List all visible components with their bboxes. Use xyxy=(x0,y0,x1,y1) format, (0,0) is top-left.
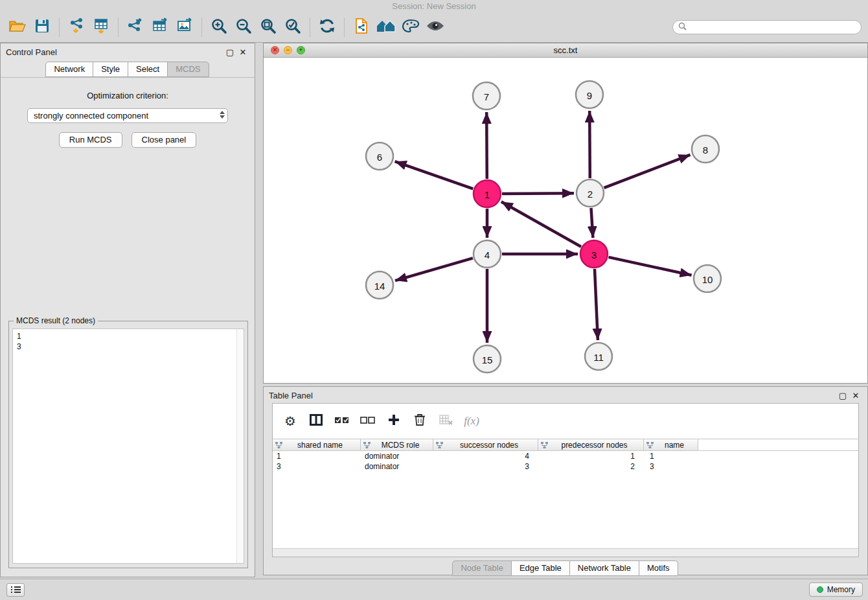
save-session-button[interactable] xyxy=(30,16,54,39)
home-button[interactable] xyxy=(374,16,398,39)
show-hide-button[interactable] xyxy=(423,16,448,39)
network-document-button[interactable] xyxy=(349,16,374,39)
graph-edge-1-7[interactable] xyxy=(486,112,487,179)
export-image-icon xyxy=(176,17,193,37)
optimization-criterion-select[interactable]: strongly connected component xyxy=(27,108,228,123)
table-cell[interactable]: 3 xyxy=(433,461,538,472)
export-network-button[interactable] xyxy=(123,16,148,39)
style-palette-button[interactable] xyxy=(398,16,423,39)
table-cell[interactable]: dominator xyxy=(361,461,433,472)
table-cell[interactable]: 2 xyxy=(538,461,644,472)
zoom-fit-button[interactable] xyxy=(256,16,280,39)
import-table-button[interactable] xyxy=(89,16,113,39)
zoom-in-button[interactable] xyxy=(207,16,231,39)
graph-node-label: 9 xyxy=(587,90,592,101)
graph-edge-3-1[interactable] xyxy=(501,202,581,246)
table-panel-header: Table Panel ▢ ✕ xyxy=(264,387,867,404)
close-table-panel-icon[interactable]: ✕ xyxy=(849,391,862,400)
delete-table-button[interactable] xyxy=(437,413,454,430)
graph-edge-1-2[interactable] xyxy=(502,193,574,194)
memory-button[interactable]: Memory xyxy=(809,583,863,597)
table-horizontal-scrollbar[interactable] xyxy=(273,548,858,557)
table-tab-network-table[interactable]: Network Table xyxy=(569,560,639,576)
memory-label: Memory xyxy=(827,585,855,594)
graph-edge-1-6[interactable] xyxy=(395,161,474,189)
graph-edge-2-8[interactable] xyxy=(604,155,691,188)
table-cell[interactable]: 1 xyxy=(273,451,361,461)
delete-column-button[interactable] xyxy=(411,413,428,430)
export-network-icon xyxy=(127,17,144,37)
graph-edge-3-10[interactable] xyxy=(609,257,692,275)
float-table-panel-icon[interactable]: ▢ xyxy=(836,391,849,400)
zoom-out-button[interactable] xyxy=(231,16,256,39)
graph-node-label: 11 xyxy=(593,352,604,363)
table-cell[interactable]: 3 xyxy=(644,461,698,472)
deselect-all-button[interactable] xyxy=(360,413,376,430)
table-panel: Table Panel ▢ ✕ ⚙ f(x) shared nameMCDS r… xyxy=(263,386,868,575)
select-all-button[interactable] xyxy=(334,413,350,430)
close-panel-icon[interactable]: ✕ xyxy=(236,47,249,57)
toolbar-separator xyxy=(344,17,345,37)
export-table-icon xyxy=(152,17,168,37)
add-column-button[interactable] xyxy=(385,413,402,430)
mcds-result-area[interactable]: 1 3 xyxy=(12,329,244,564)
export-image-button[interactable] xyxy=(172,16,197,39)
search-box[interactable] xyxy=(672,20,862,34)
search-icon xyxy=(678,21,687,33)
run-mcds-button[interactable]: Run MCDS xyxy=(59,132,122,148)
mcds-panel: Optimization criterion: strongly connect… xyxy=(1,77,255,148)
table-cell[interactable]: 1 xyxy=(538,451,644,461)
column-header-successor-nodes[interactable]: successor nodes xyxy=(433,439,538,450)
apply-layout-button[interactable] xyxy=(315,16,339,39)
close-panel-button[interactable]: Close panel xyxy=(131,132,197,148)
eye-icon xyxy=(426,19,445,35)
control-tab-network[interactable]: Network xyxy=(45,62,93,77)
zoom-selected-button[interactable] xyxy=(280,16,305,39)
import-network-icon xyxy=(68,17,85,37)
table-tab-motifs[interactable]: Motifs xyxy=(639,560,678,576)
column-header-name[interactable]: name xyxy=(644,439,698,450)
network-canvas[interactable]: 7968124314101511 xyxy=(264,58,867,383)
network-document-icon xyxy=(353,17,370,37)
control-tab-select[interactable]: Select xyxy=(128,62,168,77)
table-cell[interactable]: 1 xyxy=(644,451,698,461)
import-network-button[interactable] xyxy=(64,16,89,39)
function-builder-button[interactable]: f(x) xyxy=(463,413,480,430)
control-tab-mcds[interactable]: MCDS xyxy=(167,62,209,77)
network-window-titlebar: scc.txt ✕ − + xyxy=(264,43,867,58)
open-session-button[interactable] xyxy=(5,16,30,39)
home-icon xyxy=(376,18,396,36)
show-columns-button[interactable] xyxy=(308,413,325,430)
task-history-button[interactable] xyxy=(6,583,25,597)
control-tab-style[interactable]: Style xyxy=(93,62,128,77)
float-panel-icon[interactable]: ▢ xyxy=(223,47,236,57)
graph-edge-2-9[interactable] xyxy=(589,111,590,178)
refresh-icon xyxy=(319,17,336,37)
table-settings-button[interactable]: ⚙ xyxy=(282,413,299,430)
status-bar: Memory xyxy=(0,579,868,600)
sort-icon xyxy=(541,442,548,448)
graph-edge-4-14[interactable] xyxy=(395,258,473,281)
table-tab-node-table[interactable]: Node Table xyxy=(452,560,512,576)
search-input[interactable] xyxy=(690,23,856,32)
column-header-predecessor-nodes[interactable]: predecessor nodes xyxy=(538,439,644,450)
table-cell[interactable]: 3 xyxy=(273,461,361,472)
columns-icon xyxy=(310,414,323,428)
table-row[interactable]: 1dominator411 xyxy=(273,451,858,461)
table-cell[interactable]: dominator xyxy=(361,451,433,461)
column-header-shared-name[interactable]: shared name xyxy=(273,439,361,450)
table-cell[interactable]: 4 xyxy=(433,451,538,461)
toolbar-separator xyxy=(201,17,202,37)
graph-node-label: 2 xyxy=(588,189,593,200)
table-tab-edge-table[interactable]: Edge Table xyxy=(511,560,570,576)
graph-edge-2-3[interactable] xyxy=(591,208,593,238)
column-header-MCDS-role[interactable]: MCDS role xyxy=(361,439,433,450)
toolbar-separator xyxy=(310,17,310,37)
table-row[interactable]: 3dominator323 xyxy=(273,461,858,472)
graph-edge-3-11[interactable] xyxy=(595,269,598,340)
trash-icon xyxy=(414,413,426,429)
graph-node-label: 1 xyxy=(485,189,490,200)
toolbar-separator xyxy=(59,17,60,37)
result-scrollbar[interactable] xyxy=(236,329,244,563)
export-table-button[interactable] xyxy=(148,16,172,39)
